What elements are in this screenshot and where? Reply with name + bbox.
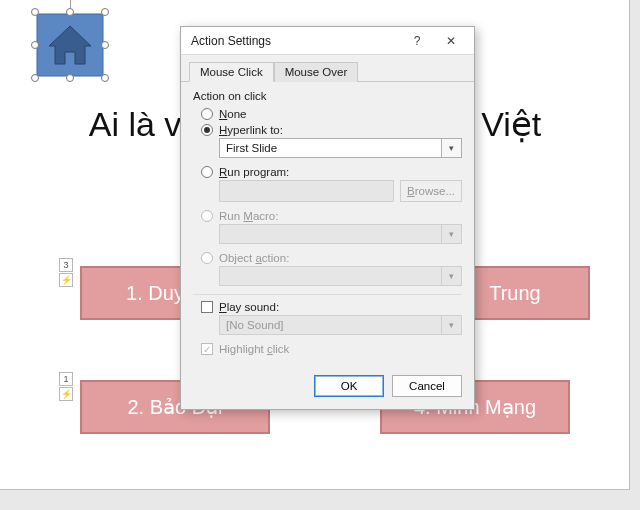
radio-run-macro: Run Macro:	[201, 210, 462, 222]
radio-none[interactable]: None	[201, 108, 462, 120]
close-button[interactable]: ✕	[434, 29, 468, 53]
selection-handle[interactable]	[31, 8, 39, 16]
action-settings-dialog: Action Settings ? ✕ Mouse Click Mouse Ov…	[180, 26, 475, 410]
macro-value	[219, 224, 442, 244]
sound-value: [No Sound]	[219, 315, 442, 335]
selection-handle[interactable]	[66, 8, 74, 16]
radio-object-action-label: Object action:	[219, 252, 289, 264]
run-program-input	[219, 180, 394, 202]
radio-hyperlink-label: Hyperlink to:	[219, 124, 283, 136]
tab-mouse-click[interactable]: Mouse Click	[189, 62, 274, 82]
anim-trigger-icon[interactable]	[59, 273, 73, 287]
selection-handle[interactable]	[31, 74, 39, 82]
run-program-row: Browse...	[219, 180, 462, 202]
chevron-down-icon[interactable]: ▾	[442, 138, 462, 158]
home-icon	[35, 12, 105, 78]
selection-handle[interactable]	[31, 41, 39, 49]
sound-combo: [No Sound] ▾	[219, 315, 462, 335]
play-sound-label: Play sound:	[219, 301, 279, 313]
anim-trigger-icon[interactable]	[59, 387, 73, 401]
radio-run-program-label: Run program:	[219, 166, 289, 178]
dialog-title: Action Settings	[191, 34, 400, 48]
anim-tag[interactable]: 3	[59, 258, 73, 272]
hyperlink-value: First Slide	[219, 138, 442, 158]
chevron-down-icon: ▾	[442, 266, 462, 286]
title-text-post: Việt	[481, 105, 541, 143]
dialog-body: Action on click None Hyperlink to: First…	[181, 82, 474, 367]
group-action-on-click: Action on click	[193, 90, 462, 102]
radio-run-program[interactable]: Run program:	[201, 166, 462, 178]
anim-tag[interactable]: 1	[59, 372, 73, 386]
dialog-titlebar[interactable]: Action Settings ? ✕	[181, 27, 474, 55]
selection-handle[interactable]	[66, 74, 74, 82]
hyperlink-combo[interactable]: First Slide ▾	[219, 138, 462, 158]
answer-3-label: Trung	[489, 282, 541, 305]
checkbox-icon: ✓	[201, 343, 213, 355]
macro-combo: ▾	[219, 224, 462, 244]
radio-run-macro-label: Run Macro:	[219, 210, 278, 222]
chevron-down-icon: ▾	[442, 315, 462, 335]
check-play-sound[interactable]: Play sound:	[201, 301, 462, 313]
dialog-tabs: Mouse Click Mouse Over	[181, 55, 474, 82]
answer-1-label: 1. Duy	[126, 282, 184, 305]
object-action-value	[219, 266, 442, 286]
checkbox-icon	[201, 301, 213, 313]
radio-hyperlink[interactable]: Hyperlink to:	[201, 124, 462, 136]
radio-icon	[201, 124, 213, 136]
radio-icon	[201, 252, 213, 264]
shape-home-action-button[interactable]	[35, 12, 105, 78]
ok-button[interactable]: OK	[314, 375, 384, 397]
tab-mouse-over[interactable]: Mouse Over	[274, 62, 359, 82]
cancel-button[interactable]: Cancel	[392, 375, 462, 397]
radio-icon	[201, 108, 213, 120]
highlight-click-label: Highlight click	[219, 343, 289, 355]
radio-object-action: Object action:	[201, 252, 462, 264]
selection-handle[interactable]	[101, 41, 109, 49]
separator	[193, 294, 462, 295]
browse-button: Browse...	[400, 180, 462, 202]
radio-none-label: None	[219, 108, 247, 120]
object-action-combo: ▾	[219, 266, 462, 286]
radio-icon	[201, 166, 213, 178]
dialog-footer: OK Cancel	[181, 367, 474, 409]
help-button[interactable]: ?	[400, 29, 434, 53]
selection-handle[interactable]	[101, 74, 109, 82]
chevron-down-icon: ▾	[442, 224, 462, 244]
radio-icon	[201, 210, 213, 222]
check-highlight-click: ✓ Highlight click	[201, 343, 462, 355]
selection-handle[interactable]	[101, 8, 109, 16]
title-text-pre: Ai là v	[89, 105, 182, 143]
